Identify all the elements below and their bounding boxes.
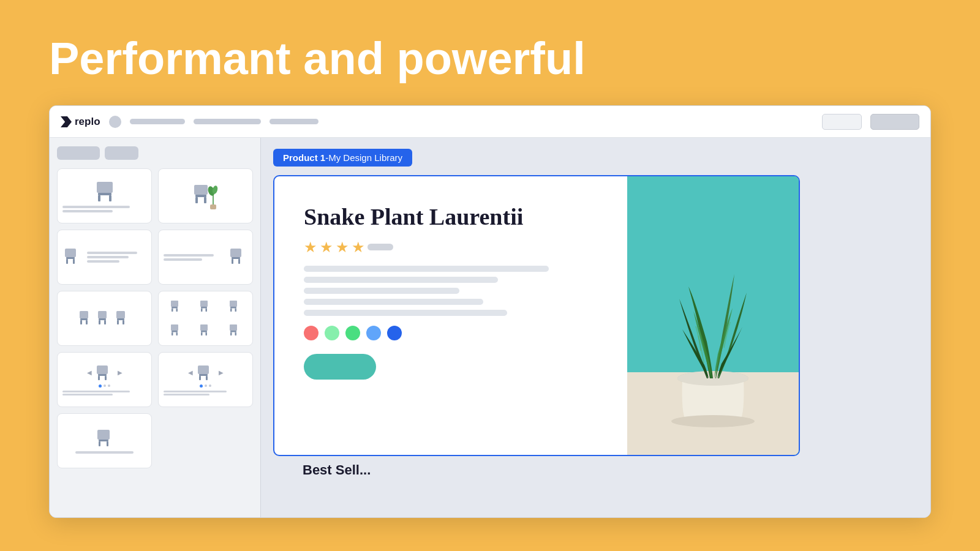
title-btn-1[interactable] [822, 114, 862, 130]
chair-icon-6f [229, 324, 241, 337]
title-pill-3 [270, 119, 318, 124]
desc-line-3 [304, 288, 459, 294]
add-to-cart-button[interactable] [304, 354, 376, 380]
title-btn-2[interactable] [870, 114, 919, 130]
sidebar-grid: ◀ ▶ [57, 168, 253, 468]
sidebar-card-5[interactable] [57, 291, 152, 346]
svg-rect-48 [200, 324, 208, 331]
chair-icon-2 [190, 181, 221, 211]
sidebar-card-7[interactable]: ◀ ▶ [57, 352, 152, 407]
chair-icon-7 [94, 364, 115, 381]
plant-illustration [627, 176, 799, 455]
hero-title: Performant and powerful [49, 34, 931, 83]
star-4: ★ [352, 239, 365, 256]
svg-rect-56 [97, 365, 108, 374]
svg-rect-31 [123, 320, 124, 324]
svg-rect-57 [98, 374, 107, 376]
chair-icon-3 [62, 247, 83, 267]
hero-section: Performant and powerful [0, 0, 980, 105]
svg-rect-29 [117, 318, 124, 320]
svg-rect-34 [172, 308, 173, 312]
svg-rect-60 [198, 365, 209, 374]
svg-rect-1 [98, 193, 111, 195]
svg-rect-32 [171, 301, 178, 307]
svg-rect-35 [176, 308, 178, 312]
svg-rect-18 [232, 259, 233, 264]
svg-rect-52 [230, 324, 237, 331]
svg-rect-53 [230, 331, 236, 332]
title-pill-1 [130, 119, 185, 124]
desc-line-4 [304, 299, 483, 305]
svg-rect-58 [98, 376, 100, 380]
chair-icon-6c [229, 300, 241, 313]
svg-rect-64 [97, 430, 110, 440]
star-3: ★ [336, 239, 349, 256]
svg-rect-13 [66, 257, 75, 259]
svg-rect-16 [230, 249, 241, 257]
svg-rect-28 [116, 311, 125, 318]
star-empty-bar [368, 244, 393, 250]
svg-rect-47 [176, 332, 178, 336]
svg-rect-37 [201, 307, 207, 309]
color-dot-2[interactable] [325, 326, 339, 340]
svg-rect-25 [99, 318, 106, 320]
chair-icon-5b [97, 310, 113, 327]
bottom-peek: Best Sell... [273, 462, 371, 478]
svg-rect-15 [73, 259, 75, 264]
svg-rect-22 [80, 320, 82, 324]
star-1: ★ [304, 239, 317, 256]
chair-icon-1 [92, 179, 118, 203]
svg-rect-20 [80, 311, 88, 318]
svg-rect-3 [109, 195, 111, 201]
chair-icon-4 [227, 247, 247, 267]
svg-rect-27 [104, 320, 106, 324]
svg-rect-46 [172, 332, 173, 336]
product-label: Product 1 - My Design Library [273, 149, 412, 167]
product-name: Snake Plant Laurentii [304, 203, 603, 231]
chair-icon-5c [115, 310, 131, 327]
sidebar-card-4[interactable] [158, 230, 253, 285]
svg-rect-23 [86, 320, 88, 324]
sidebar-card-2[interactable] [158, 168, 253, 223]
desc-line-5 [304, 310, 507, 316]
stars-row: ★ ★ ★ ★ [304, 239, 603, 256]
product-label-bold: Product 1 [283, 152, 325, 163]
color-dot-1[interactable] [304, 326, 318, 340]
sidebar-card-3[interactable] [57, 230, 152, 285]
svg-rect-42 [230, 308, 232, 312]
product-image [627, 176, 799, 455]
svg-rect-33 [172, 307, 178, 309]
sidebar-card-1[interactable] [57, 168, 152, 223]
chair-icon-6a [170, 300, 183, 313]
svg-rect-67 [107, 441, 108, 446]
sidebar-card-6[interactable] [158, 291, 253, 346]
color-dot-4[interactable] [366, 326, 381, 340]
svg-rect-39 [205, 308, 207, 312]
color-dot-5[interactable] [387, 326, 402, 340]
app-body: ◀ ▶ [50, 138, 930, 517]
replo-logo: replo [61, 116, 100, 128]
sidebar-card-8[interactable]: ◀ ▶ [158, 352, 253, 407]
sidebar-tab-2[interactable] [105, 146, 138, 160]
app-window: replo [49, 105, 931, 518]
svg-rect-4 [194, 185, 208, 195]
sidebar-card-9[interactable] [57, 413, 152, 468]
color-dots [304, 326, 603, 340]
svg-rect-54 [230, 332, 232, 336]
svg-rect-0 [97, 182, 113, 193]
chair-icon-9 [94, 429, 116, 448]
svg-rect-50 [201, 332, 203, 336]
replo-icon [61, 116, 72, 127]
chair-icon-8 [195, 364, 216, 381]
title-circle [109, 116, 121, 128]
svg-rect-45 [172, 331, 178, 332]
sidebar-tab-1[interactable] [57, 146, 100, 160]
title-pill-2 [194, 119, 261, 124]
desc-line-1 [304, 266, 549, 272]
svg-rect-24 [98, 311, 107, 318]
svg-rect-43 [235, 308, 236, 312]
svg-rect-14 [66, 259, 68, 264]
svg-rect-38 [201, 308, 203, 312]
svg-rect-17 [232, 257, 240, 259]
color-dot-3[interactable] [345, 326, 360, 340]
